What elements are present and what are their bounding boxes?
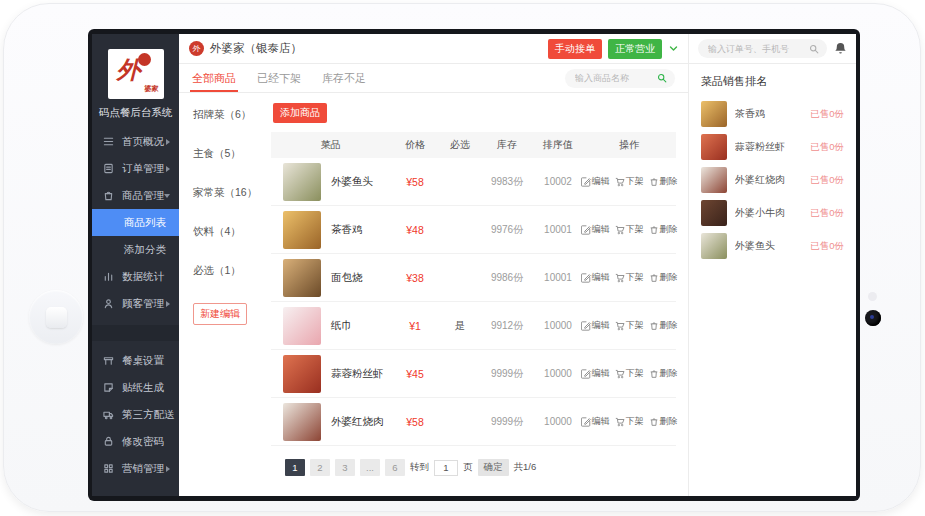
marketing-icon bbox=[103, 463, 115, 474]
dish-price: ¥58 bbox=[390, 416, 440, 428]
ranking-title: 菜品销售排名 bbox=[701, 74, 844, 89]
chevron-right-icon bbox=[166, 166, 170, 172]
sidebar-item[interactable]: 第三方配送 bbox=[92, 401, 179, 428]
category-item[interactable]: 家常菜（16） bbox=[193, 186, 267, 200]
add-product-button[interactable]: 添加商品 bbox=[273, 103, 327, 123]
offshelf-link[interactable]: 下架 bbox=[615, 223, 644, 236]
dish-photo bbox=[701, 233, 727, 259]
store-name: 外婆家（银泰店） bbox=[210, 41, 302, 56]
status-chevron-down-icon[interactable] bbox=[668, 43, 679, 54]
page-button[interactable]: 6 bbox=[385, 459, 405, 476]
sidebar-item[interactable]: 餐桌设置 bbox=[92, 347, 179, 374]
search-icon[interactable] bbox=[657, 73, 667, 83]
total-pages-label: 共1/6 bbox=[514, 461, 537, 474]
store-logo-icon: 外 bbox=[189, 41, 204, 56]
sidebar-item[interactable]: 顾客管理 bbox=[92, 290, 179, 317]
dish-name: 外婆鱼头 bbox=[331, 175, 373, 189]
delete-link[interactable]: 删除 bbox=[649, 319, 678, 332]
order-search[interactable] bbox=[698, 39, 827, 58]
page-button[interactable]: 3 bbox=[335, 459, 355, 476]
offshelf-link[interactable]: 下架 bbox=[615, 367, 644, 380]
sales-ranking-panel: 菜品销售排名 茶香鸡 已售0份 蒜蓉粉丝虾 已售0份 外婆红烧肉 已售0份 外婆… bbox=[688, 64, 856, 496]
dish-cell: 蒜蓉粉丝虾 bbox=[271, 355, 390, 393]
edit-link[interactable]: 编辑 bbox=[581, 175, 610, 188]
confirm-page-button[interactable]: 确定 bbox=[478, 459, 509, 476]
sidebar-item[interactable]: 营销管理 bbox=[92, 455, 179, 482]
sold-count: 已售0份 bbox=[810, 207, 844, 220]
ranking-item: 蒜蓉粉丝虾 已售0份 bbox=[701, 134, 844, 160]
brand-logo: 外 婆家 bbox=[108, 49, 164, 99]
category-item[interactable]: 招牌菜（6） bbox=[193, 108, 267, 122]
dish-price: ¥58 bbox=[390, 176, 440, 188]
manual-order-button[interactable]: 手动接单 bbox=[548, 39, 602, 59]
dish-photo bbox=[701, 200, 727, 226]
sidebar-item[interactable]: 商品管理 bbox=[92, 182, 179, 209]
sidebar-item[interactable]: 商品列表 bbox=[92, 209, 179, 236]
sidebar-item-label: 订单管理 bbox=[122, 162, 164, 176]
sidebar-item[interactable]: 订单管理 bbox=[92, 155, 179, 182]
business-status-button[interactable]: 正常营业 bbox=[608, 39, 662, 59]
edit-link[interactable]: 编辑 bbox=[581, 367, 610, 380]
offshelf-cart-icon bbox=[615, 369, 625, 379]
offshelf-link[interactable]: 下架 bbox=[615, 175, 644, 188]
page-button[interactable]: ... bbox=[360, 459, 380, 476]
sidebar-item[interactable]: 添加分类 bbox=[92, 236, 179, 263]
goto-label: 转到 bbox=[410, 461, 429, 474]
sidebar-item[interactable]: 修改密码 bbox=[92, 428, 179, 455]
delete-link[interactable]: 删除 bbox=[649, 415, 678, 428]
delete-link[interactable]: 删除 bbox=[649, 367, 678, 380]
home-button bbox=[29, 290, 83, 344]
offshelf-link[interactable]: 下架 bbox=[615, 271, 644, 284]
edit-link[interactable]: 编辑 bbox=[581, 223, 610, 236]
main-body: 招牌菜（6）主食（5）家常菜（16）饮料（4）必选（1） 新建编辑 添加商品 菜… bbox=[179, 93, 688, 496]
column-header: 必选 bbox=[440, 138, 480, 152]
product-search[interactable] bbox=[565, 69, 675, 88]
delete-link[interactable]: 删除 bbox=[649, 175, 678, 188]
sidebar-item-label: 商品管理 bbox=[122, 189, 164, 203]
delete-link[interactable]: 删除 bbox=[649, 223, 678, 236]
page-number-input[interactable] bbox=[434, 460, 458, 476]
trash-icon bbox=[649, 177, 659, 187]
bell-icon[interactable] bbox=[834, 42, 847, 55]
edit-icon bbox=[581, 417, 591, 427]
edit-link[interactable]: 编辑 bbox=[581, 271, 610, 284]
dish-sort-value: 10002 bbox=[534, 176, 582, 187]
offshelf-link[interactable]: 下架 bbox=[615, 319, 644, 332]
sidebar-item[interactable]: 数据统计 bbox=[92, 263, 179, 290]
category-item[interactable]: 主食（5） bbox=[193, 147, 267, 161]
column-header: 库存 bbox=[480, 138, 534, 152]
tab-low-stock[interactable]: 库存不足 bbox=[322, 64, 366, 92]
edit-link[interactable]: 编辑 bbox=[581, 319, 610, 332]
table-header: 菜品价格必选库存排序值操作 bbox=[271, 132, 676, 158]
delete-link[interactable]: 删除 bbox=[649, 271, 678, 284]
sidebar-item-label: 餐桌设置 bbox=[122, 354, 164, 368]
tab-off-shelf[interactable]: 已经下架 bbox=[257, 64, 301, 92]
brand-logo-char: 外 bbox=[117, 58, 141, 82]
search-icon[interactable] bbox=[809, 44, 819, 54]
new-edit-button[interactable]: 新建编辑 bbox=[193, 303, 247, 325]
table-row: 面包烧 ¥38 9986份 10001 编辑 下架 删除 bbox=[271, 254, 676, 302]
sidebar-item[interactable]: 贴纸生成 bbox=[92, 374, 179, 401]
product-search-input[interactable] bbox=[573, 72, 653, 84]
sidebar-separator bbox=[92, 325, 179, 341]
page-button[interactable]: 1 bbox=[285, 459, 305, 476]
tab-all-products[interactable]: 全部商品 bbox=[192, 64, 236, 92]
sidebar-item[interactable]: 首页概况 bbox=[92, 128, 179, 155]
dish-name: 茶香鸡 bbox=[735, 107, 810, 121]
row-actions: 编辑 下架 删除 bbox=[582, 319, 676, 332]
table-row: 纸巾 ¥1 是 9912份 10000 编辑 下架 删除 bbox=[271, 302, 676, 350]
column-header: 排序值 bbox=[534, 138, 582, 152]
chevron-right-icon bbox=[166, 301, 170, 307]
dish-name: 面包烧 bbox=[331, 271, 363, 285]
order-search-input[interactable] bbox=[706, 43, 805, 55]
edit-link[interactable]: 编辑 bbox=[581, 415, 610, 428]
ranking-item: 外婆鱼头 已售0份 bbox=[701, 233, 844, 259]
dish-stock: 9999份 bbox=[480, 415, 534, 429]
sidebar-menu-primary: 首页概况订单管理商品管理商品列表添加分类数据统计顾客管理 bbox=[92, 128, 179, 317]
offshelf-link[interactable]: 下架 bbox=[615, 415, 644, 428]
edit-icon bbox=[581, 177, 591, 187]
category-item[interactable]: 必选（1） bbox=[193, 264, 267, 278]
page-button[interactable]: 2 bbox=[310, 459, 330, 476]
category-item[interactable]: 饮料（4） bbox=[193, 225, 267, 239]
dish-cell: 外婆红烧肉 bbox=[271, 403, 390, 441]
